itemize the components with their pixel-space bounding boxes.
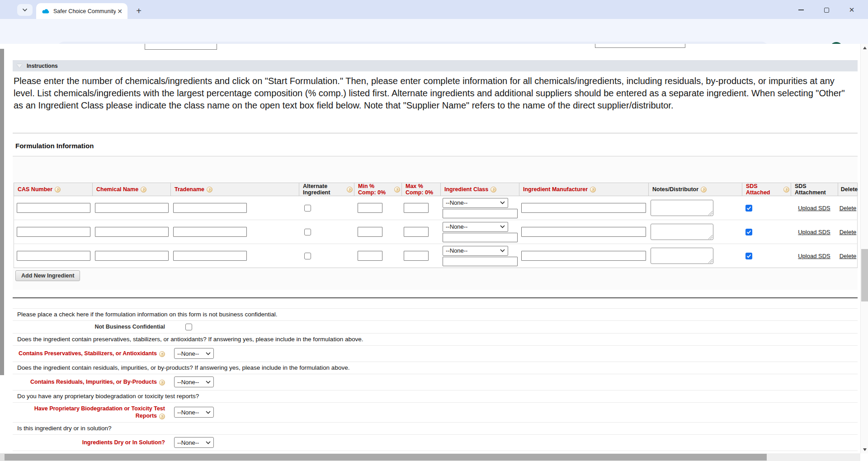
chemical-name-input[interactable] [95, 227, 169, 237]
question-text: Please place a check here if the formula… [13, 309, 858, 320]
upload-sds-link[interactable]: Upload SDS [798, 253, 830, 259]
upload-sds-link[interactable]: Upload SDS [798, 205, 830, 212]
collapse-triangle-icon[interactable] [17, 64, 22, 68]
contains-residuals-select[interactable]: --None-- [174, 376, 214, 387]
browser-tab[interactable]: Safer Choice Community ✕ [36, 3, 127, 19]
field-label: Contains Preservatives, Stabilizers, or … [13, 350, 165, 357]
scroll-up-arrow[interactable] [861, 44, 868, 52]
ingredient-manufacturer-input[interactable] [521, 227, 646, 237]
resize-handle-icon[interactable] [708, 259, 712, 263]
scroll-left-button[interactable] [0, 453, 5, 461]
chevron-down-icon [206, 411, 211, 414]
ingredient-class-other-input[interactable] [443, 257, 518, 266]
help-icon[interactable]: ? [55, 187, 61, 193]
chemical-name-input[interactable] [95, 251, 169, 261]
vertical-scrollbar-thumb[interactable] [861, 249, 868, 301]
ingredient-class-select[interactable]: --None-- [443, 222, 508, 232]
ingredient-manufacturer-input[interactable] [521, 251, 646, 261]
table-header-row: CAS Number? Chemical Name? Tradename? Al… [14, 183, 858, 196]
sds-attached-checkbox[interactable] [745, 205, 752, 212]
max-comp-input[interactable] [404, 251, 429, 261]
chemical-name-input[interactable] [95, 203, 169, 213]
max-comp-input[interactable] [404, 227, 429, 237]
help-icon[interactable]: ? [141, 187, 146, 193]
help-icon[interactable]: ? [590, 187, 596, 193]
new-tab-button[interactable]: + [133, 5, 145, 17]
resize-handle-icon[interactable] [708, 211, 712, 215]
question-text: Does the ingredient contain preservative… [13, 334, 858, 345]
browser-toolbar: saferchoice.my.site.com/CleanGredientsSu… [0, 19, 868, 44]
notes-distributor-textarea[interactable] [651, 224, 713, 240]
min-comp-input[interactable] [358, 203, 382, 213]
help-icon[interactable]: ? [159, 351, 165, 357]
upload-sds-link[interactable]: Upload SDS [798, 229, 830, 235]
alternate-ingredient-checkbox[interactable] [304, 229, 311, 235]
tradename-input[interactable] [173, 227, 247, 237]
min-comp-input[interactable] [358, 251, 382, 261]
horizontal-scrollbar-thumb[interactable] [5, 454, 767, 461]
help-icon[interactable]: ? [394, 187, 400, 193]
sds-attached-checkbox[interactable] [745, 229, 752, 235]
delete-row-link[interactable]: Delete [840, 205, 857, 212]
tradename-input[interactable] [173, 203, 247, 213]
section-divider [13, 133, 858, 133]
ingredient-class-other-input[interactable] [443, 233, 518, 242]
ingredient-class-select[interactable]: --None-- [443, 246, 508, 256]
min-comp-input[interactable] [358, 227, 382, 237]
resize-handle-icon[interactable] [708, 235, 712, 239]
delete-row-link[interactable]: Delete [840, 253, 857, 259]
cas-number-input[interactable] [17, 203, 90, 213]
tab-title: Safer Choice Community [53, 8, 116, 14]
browser-window: Safer Choice Community ✕ + ✕ [0, 0, 868, 461]
help-icon[interactable]: ? [207, 187, 212, 193]
instructions-header-bar[interactable]: Instructions [13, 60, 858, 71]
chevron-down-icon [22, 8, 28, 12]
question-block: Please place a check here if the formula… [13, 308, 858, 333]
chevron-down-icon [206, 381, 211, 384]
notes-distributor-textarea[interactable] [651, 200, 713, 216]
horizontal-scrollbar[interactable] [0, 453, 860, 461]
window-maximize-button[interactable] [820, 4, 833, 16]
tab-close-icon[interactable]: ✕ [116, 7, 124, 15]
help-icon[interactable]: ? [159, 414, 165, 419]
question-block: Do you have any proprietary biodegradati… [13, 390, 858, 422]
proprietary-reports-select[interactable]: --None-- [174, 407, 214, 418]
notes-distributor-textarea[interactable] [651, 248, 713, 264]
help-icon[interactable]: ? [783, 187, 789, 193]
max-comp-input[interactable] [404, 203, 429, 213]
clipped-input-top-right[interactable] [595, 44, 685, 48]
ingredient-manufacturer-input[interactable] [521, 203, 646, 213]
check-icon [746, 206, 751, 210]
delete-row-link[interactable]: Delete [840, 229, 857, 235]
sds-attached-checkbox[interactable] [745, 253, 752, 259]
alternate-ingredient-checkbox[interactable] [304, 253, 311, 259]
clipped-input-top-left[interactable] [145, 44, 217, 50]
tradename-input[interactable] [173, 251, 247, 261]
alternate-ingredient-checkbox[interactable] [304, 205, 311, 212]
cas-number-input[interactable] [17, 251, 90, 261]
help-icon[interactable]: ? [491, 187, 496, 193]
instructions-text: Please enter the number of chemicals/ing… [14, 75, 846, 112]
ingredient-class-select[interactable]: --None-- [443, 198, 508, 208]
add-new-ingredient-button[interactable]: Add New Ingredient [15, 270, 80, 281]
help-icon[interactable]: ? [347, 187, 353, 193]
tab-search-button[interactable] [17, 4, 33, 16]
dry-or-solution-select[interactable]: --None-- [174, 437, 214, 448]
formulation-section-title: Formulation Information [15, 142, 94, 150]
field-label: Not Business Confidential [13, 323, 165, 330]
chevron-down-icon [206, 441, 211, 444]
cas-number-input[interactable] [17, 227, 90, 237]
col-header-min-comp: Min % Comp: 0%? [354, 183, 401, 196]
col-header-notes-distributor: Notes/Distributor? [648, 183, 742, 196]
chevron-down-icon [500, 249, 505, 252]
contains-preservatives-select[interactable]: --None-- [174, 348, 214, 359]
help-icon[interactable]: ? [701, 187, 707, 193]
window-minimize-button[interactable] [795, 4, 807, 16]
scroll-down-arrow[interactable] [861, 446, 868, 453]
window-close-button[interactable]: ✕ [845, 4, 858, 16]
help-icon[interactable]: ? [159, 380, 165, 386]
ingredient-class-other-input[interactable] [443, 209, 518, 218]
not-business-confidential-checkbox[interactable] [185, 324, 192, 330]
vertical-scrollbar[interactable] [860, 44, 868, 453]
questions-section: Please place a check here if the formula… [13, 308, 858, 451]
